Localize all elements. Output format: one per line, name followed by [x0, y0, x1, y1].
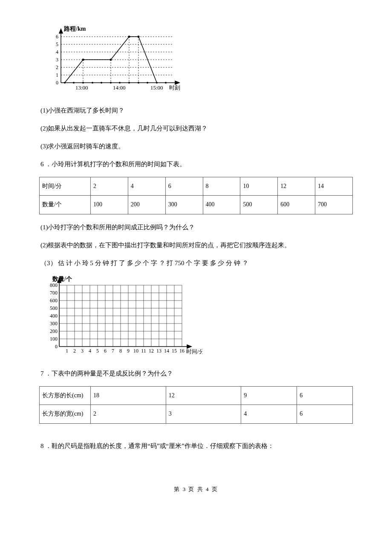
table-cell: 100 [91, 196, 128, 214]
svg-text:时刻: 时刻 [169, 84, 180, 91]
svg-text:3: 3 [56, 57, 58, 63]
svg-text:6: 6 [104, 348, 107, 354]
grid [59, 285, 182, 347]
table-cell: 长方形的宽(cm) [40, 405, 91, 423]
typing-table: 时间/分 2 4 6 8 10 12 14 数量/个 100 200 300 4… [39, 177, 353, 214]
svg-point-34 [110, 59, 112, 61]
q6-intro: 6 ．小玲用计算机打字的个数和所用的时间如下表。 [40, 159, 366, 169]
svg-text:13:00: 13:00 [75, 84, 88, 91]
table-cell: 4 [241, 405, 297, 423]
table-cell: 6 [165, 177, 203, 196]
rectangle-table: 长方形的长(cm) 18 12 9 6 长方形的宽(cm) 2 3 4 6 [39, 386, 353, 424]
chart2-svg: 数量/个 [40, 276, 202, 357]
svg-text:15:00: 15:00 [150, 84, 163, 91]
table-cell: 3 [166, 405, 241, 423]
chart2-xlabel: 时间/分 [186, 348, 202, 355]
x-tick-labels: 13:00 14:00 15:00 时刻 [75, 84, 180, 91]
data-points [82, 36, 140, 61]
q8-intro: 8 ．鞋的尺码是指鞋底的长度，通常用“码”或“厘米”作单位．仔细观察下面的表格： [40, 441, 366, 451]
chart2-axes [58, 278, 191, 348]
chart2-ylabel: 数量/个 [52, 276, 72, 282]
table-cell: 2 [91, 405, 166, 423]
svg-text:200: 200 [50, 328, 58, 334]
svg-text:7: 7 [112, 348, 114, 354]
svg-text:16: 16 [179, 348, 184, 354]
svg-point-23 [82, 82, 84, 84]
q1-sub2: (2)如果从出发起一直骑车不休息，几时几分可以到达西湖？ [40, 123, 366, 133]
chart2-xticks: 1 2 3 4 5 6 7 8 9 10 11 12 13 14 15 16 [66, 348, 184, 354]
svg-text:5: 5 [96, 348, 99, 354]
y-ticks: 0 1 2 3 4 5 6 [56, 34, 58, 86]
table-cell: 500 [240, 196, 278, 214]
svg-text:2: 2 [73, 348, 76, 354]
q6-sub3: （3） 估 计 小 玲 5 分 钟 打 了 多 少 个 字 ？ 打 750 个 … [40, 258, 352, 268]
chart2-yticks: 0 100 200 300 400 500 600 700 800 [50, 282, 58, 350]
table-cell: 6 [297, 386, 353, 405]
svg-point-30 [147, 82, 148, 84]
table-row: 长方形的宽(cm) 2 3 4 6 [40, 405, 353, 423]
table-cell: 时间/分 [40, 177, 91, 196]
svg-text:300: 300 [50, 321, 58, 327]
svg-text:14: 14 [164, 348, 169, 354]
svg-text:700: 700 [50, 290, 58, 296]
axes [59, 29, 179, 84]
table-cell: 400 [203, 196, 240, 214]
svg-text:2: 2 [56, 64, 58, 70]
table-cell: 长方形的长(cm) [40, 386, 91, 405]
svg-point-26 [110, 82, 112, 84]
table-cell: 200 [128, 196, 165, 214]
svg-point-36 [138, 36, 140, 38]
svg-text:8: 8 [119, 348, 122, 354]
svg-text:100: 100 [50, 336, 58, 342]
table-cell: 12 [166, 386, 241, 405]
svg-text:3: 3 [81, 348, 84, 354]
quantity-time-grid: 数量/个 [40, 276, 366, 360]
table-cell: 14 [315, 177, 353, 196]
table-row: 长方形的长(cm) 18 12 9 6 [40, 386, 353, 405]
distance-time-chart: 路程/km 0 1 2 3 4 5 6 [40, 26, 366, 97]
svg-text:0: 0 [55, 344, 58, 350]
svg-text:4: 4 [89, 348, 91, 354]
page-footer: 第 3 页 共 4 页 [26, 485, 366, 494]
svg-text:400: 400 [50, 313, 58, 319]
q6-sub2: (2)根据表中的数据，在下图中描出打字数量和时间所对应的点，再把它们按顺序连起来… [40, 240, 366, 250]
svg-point-22 [73, 82, 75, 84]
svg-text:13: 13 [156, 348, 161, 354]
svg-text:15: 15 [172, 348, 177, 354]
svg-text:0: 0 [56, 80, 58, 86]
chart1-svg: 路程/km 0 1 2 3 4 5 6 [40, 26, 194, 94]
table-cell: 700 [315, 196, 353, 214]
table-row: 时间/分 2 4 6 8 10 12 14 [40, 177, 353, 196]
svg-point-24 [92, 82, 93, 84]
svg-text:500: 500 [50, 305, 58, 311]
svg-text:14:00: 14:00 [113, 84, 126, 91]
y-axis-label: 路程/km [63, 26, 86, 32]
svg-text:1: 1 [66, 348, 68, 354]
svg-text:11: 11 [141, 348, 146, 354]
svg-text:5: 5 [56, 41, 58, 47]
table-cell: 8 [203, 177, 240, 196]
svg-marker-19 [59, 29, 63, 33]
svg-text:12: 12 [149, 348, 154, 354]
table-cell: 6 [297, 405, 353, 423]
q7-intro: 7 ．下表中的两种量是不是成反比例？为什么？ [40, 368, 366, 379]
svg-marker-20 [175, 81, 179, 84]
table-cell: 10 [240, 177, 278, 196]
svg-marker-68 [187, 345, 191, 348]
table-cell: 数量/个 [40, 196, 91, 214]
q6-sub1: (1)小玲打字的个数和所用的时间成正比例吗？为什么？ [40, 222, 366, 232]
table-cell: 2 [91, 177, 128, 196]
svg-point-33 [82, 59, 84, 61]
table-row: 数量/个 100 200 300 400 500 600 700 [40, 196, 353, 214]
table-cell: 4 [128, 177, 165, 196]
table-cell: 18 [91, 386, 166, 405]
svg-text:600: 600 [50, 298, 58, 304]
svg-point-29 [138, 82, 139, 84]
table-cell: 12 [278, 177, 315, 196]
svg-point-27 [119, 82, 121, 84]
svg-point-28 [128, 82, 130, 84]
svg-text:9: 9 [127, 348, 130, 354]
svg-text:4: 4 [56, 49, 58, 55]
svg-text:800: 800 [50, 282, 58, 288]
svg-text:1: 1 [56, 72, 58, 78]
